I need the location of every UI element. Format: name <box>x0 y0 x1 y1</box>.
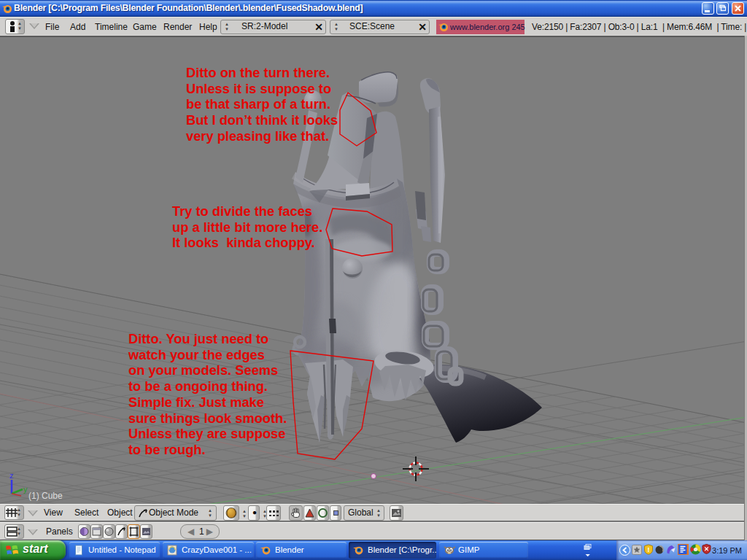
svg-text:!: ! <box>648 546 650 553</box>
svg-text:y: y <box>23 485 28 494</box>
svg-text:(1) Cube: (1) Cube <box>28 491 63 501</box>
svg-text:z: z <box>9 471 14 480</box>
